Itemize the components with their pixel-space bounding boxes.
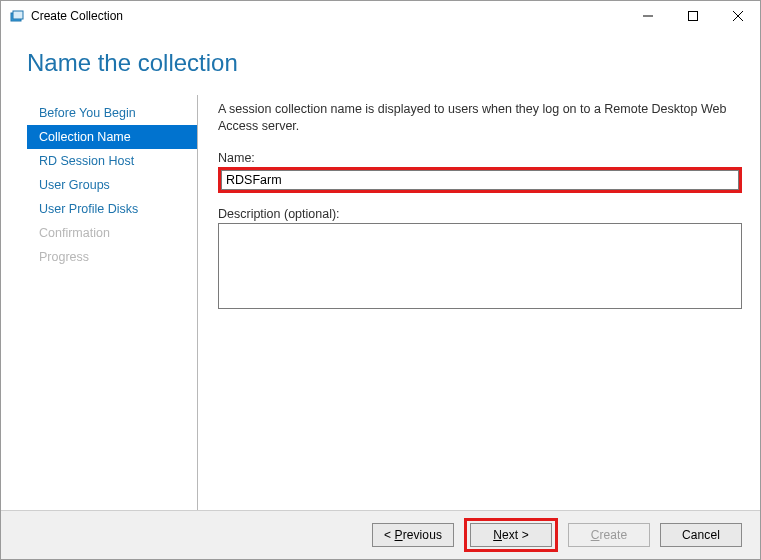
wizard-body: Before You Begin Collection Name RD Sess… (1, 95, 760, 510)
next-button[interactable]: Next > (470, 523, 552, 547)
step-user-groups[interactable]: User Groups (27, 173, 197, 197)
close-button[interactable] (715, 1, 760, 31)
page-title: Name the collection (27, 49, 760, 77)
titlebar: Create Collection (1, 1, 760, 31)
app-icon (9, 8, 25, 24)
step-user-profile-disks[interactable]: User Profile Disks (27, 197, 197, 221)
steps-sidebar: Before You Begin Collection Name RD Sess… (27, 95, 198, 510)
minimize-button[interactable] (625, 1, 670, 31)
step-progress: Progress (27, 245, 197, 269)
create-button: Create (568, 523, 650, 547)
cancel-button[interactable]: Cancel (660, 523, 742, 547)
step-before-you-begin[interactable]: Before You Begin (27, 101, 197, 125)
step-confirmation: Confirmation (27, 221, 197, 245)
description-label: Description (optional): (218, 207, 742, 221)
name-label: Name: (218, 151, 742, 165)
maximize-button[interactable] (670, 1, 715, 31)
next-highlight: Next > (464, 518, 558, 552)
page-heading-area: Name the collection (1, 31, 760, 95)
wizard-footer: < Previous Next > Create Cancel (1, 511, 760, 559)
wizard-window: Create Collection Name the collection Be… (0, 0, 761, 560)
collection-description-input[interactable] (218, 223, 742, 309)
svg-line-4 (733, 11, 743, 21)
step-rd-session-host[interactable]: RD Session Host (27, 149, 197, 173)
name-highlight (218, 167, 742, 193)
step-collection-name[interactable]: Collection Name (27, 125, 197, 149)
collection-name-input[interactable] (221, 170, 739, 190)
content-pane: A session collection name is displayed t… (198, 95, 742, 510)
previous-button[interactable]: < Previous (372, 523, 454, 547)
svg-line-5 (733, 11, 743, 21)
svg-rect-3 (688, 12, 697, 21)
intro-text: A session collection name is displayed t… (218, 101, 738, 135)
window-title: Create Collection (31, 9, 123, 23)
svg-rect-1 (13, 11, 23, 19)
